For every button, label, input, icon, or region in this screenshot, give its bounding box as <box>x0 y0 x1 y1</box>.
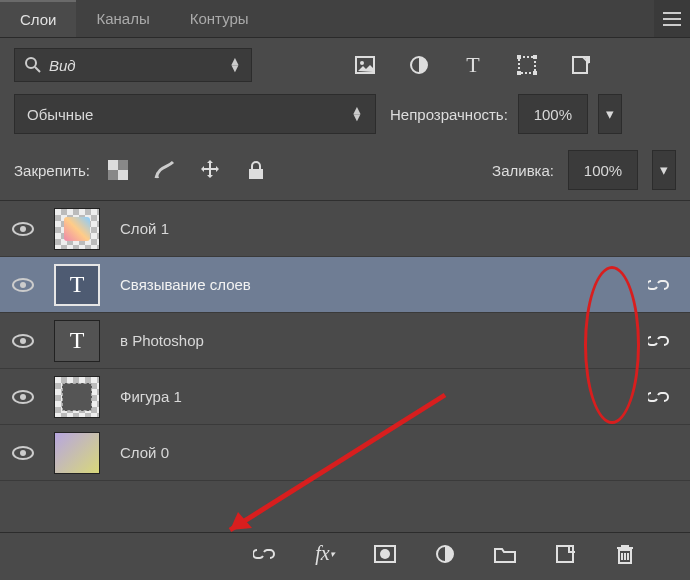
layer-row[interactable]: T в Photoshop <box>0 313 690 369</box>
svg-rect-29 <box>557 546 573 562</box>
svg-rect-8 <box>517 71 521 75</box>
tab-layers[interactable]: Слои <box>0 0 76 37</box>
layer-style-button[interactable]: fx▾ <box>310 539 340 569</box>
shape-filter-icon[interactable] <box>514 52 540 78</box>
lock-label: Закрепить: <box>14 162 90 179</box>
layer-name[interactable]: Слой 0 <box>114 444 622 461</box>
layer-mask-button[interactable] <box>370 539 400 569</box>
svg-point-17 <box>20 226 26 232</box>
layer-thumbnail[interactable] <box>54 208 100 250</box>
svg-rect-15 <box>249 169 263 179</box>
layer-filter-select[interactable]: Вид ▲▼ <box>14 48 252 82</box>
layers-panel: Слои Каналы Контуры Вид ▲▼ T <box>0 0 690 580</box>
dropdown-arrows-icon: ▲▼ <box>351 107 363 121</box>
panel-tabs: Слои Каналы Контуры <box>0 0 690 38</box>
svg-point-21 <box>20 338 26 344</box>
fill-value[interactable]: 100% <box>568 150 638 190</box>
opacity-label: Непрозрачность: <box>390 106 508 123</box>
adjustment-filter-icon[interactable] <box>406 52 432 78</box>
layer-name[interactable]: Слой 1 <box>114 220 622 237</box>
svg-rect-11 <box>108 160 118 170</box>
lock-all-icon[interactable] <box>242 156 270 184</box>
lock-pixels-icon[interactable] <box>150 156 178 184</box>
svg-rect-7 <box>533 55 537 59</box>
fill-label: Заливка: <box>492 162 554 179</box>
layer-row[interactable]: Слой 1 <box>0 201 690 257</box>
visibility-toggle[interactable] <box>6 277 40 293</box>
link-icon[interactable] <box>636 390 682 404</box>
layer-name[interactable]: Связывание слоев <box>114 276 622 293</box>
dropdown-arrows-icon: ▲▼ <box>229 58 241 72</box>
visibility-toggle[interactable] <box>6 221 40 237</box>
blend-mode-select[interactable]: Обычные ▲▼ <box>14 94 376 134</box>
layer-name[interactable]: в Photoshop <box>114 332 622 349</box>
svg-point-23 <box>20 394 26 400</box>
svg-rect-12 <box>118 170 128 180</box>
link-layers-button[interactable] <box>250 539 280 569</box>
layer-row[interactable]: Слой 0 <box>0 425 690 481</box>
svg-rect-14 <box>108 170 118 180</box>
visibility-toggle[interactable] <box>6 445 40 461</box>
search-icon <box>25 57 41 73</box>
svg-rect-13 <box>118 160 128 170</box>
pixel-filter-icon[interactable] <box>352 52 378 78</box>
svg-rect-9 <box>533 71 537 75</box>
delete-layer-button[interactable] <box>610 539 640 569</box>
bottom-toolbar: fx▾ <box>0 532 690 574</box>
layer-thumbnail[interactable]: T <box>54 264 100 306</box>
new-group-button[interactable] <box>490 539 520 569</box>
svg-point-25 <box>20 450 26 456</box>
adjustment-layer-button[interactable] <box>430 539 460 569</box>
opacity-value[interactable]: 100% <box>518 94 588 134</box>
panel-menu-button[interactable] <box>654 0 690 37</box>
svg-point-27 <box>380 549 390 559</box>
visibility-toggle[interactable] <box>6 333 40 349</box>
filter-type-label: Вид <box>49 57 76 74</box>
svg-point-0 <box>26 58 36 68</box>
link-icon[interactable] <box>636 278 682 292</box>
lock-position-icon[interactable] <box>196 156 224 184</box>
link-icon[interactable] <box>636 334 682 348</box>
filter-icon-row: T <box>352 52 594 78</box>
visibility-toggle[interactable] <box>6 389 40 405</box>
svg-rect-5 <box>519 57 535 73</box>
fill-dropdown-button[interactable]: ▾ <box>652 150 676 190</box>
new-layer-button[interactable] <box>550 539 580 569</box>
layer-name[interactable]: Фигура 1 <box>114 388 622 405</box>
smartobject-filter-icon[interactable] <box>568 52 594 78</box>
tab-channels[interactable]: Каналы <box>76 0 169 37</box>
layer-list: Слой 1 T Связывание слоев T в Photoshop … <box>0 200 690 481</box>
layer-thumbnail[interactable] <box>54 376 100 418</box>
layer-thumbnail[interactable]: T <box>54 320 100 362</box>
layer-thumbnail[interactable] <box>54 432 100 474</box>
tab-paths[interactable]: Контуры <box>170 0 269 37</box>
layer-row[interactable]: T Связывание слоев <box>0 257 690 313</box>
type-filter-icon[interactable]: T <box>460 52 486 78</box>
svg-line-1 <box>35 67 40 72</box>
layer-row[interactable]: Фигура 1 <box>0 369 690 425</box>
svg-point-3 <box>360 61 364 65</box>
svg-point-19 <box>20 282 26 288</box>
lock-transparency-icon[interactable] <box>104 156 132 184</box>
svg-rect-6 <box>517 55 521 59</box>
blend-mode-label: Обычные <box>27 106 93 123</box>
opacity-dropdown-button[interactable]: ▾ <box>598 94 622 134</box>
